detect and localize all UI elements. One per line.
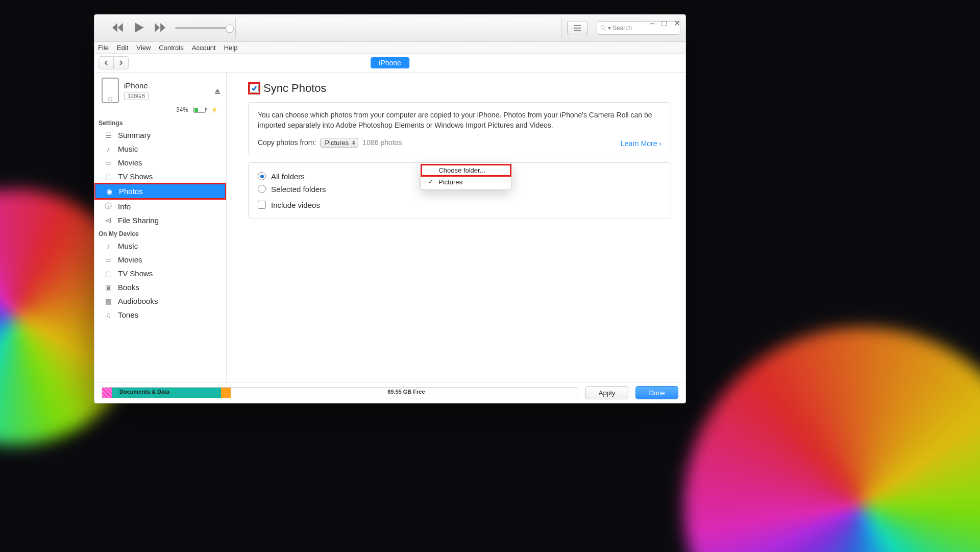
sidebar-section-settings: Settings: [94, 116, 226, 128]
window-minimize[interactable]: –: [650, 19, 654, 28]
eject-icon[interactable]: [215, 89, 220, 92]
learn-more-link[interactable]: Learn More: [621, 139, 662, 148]
movies-icon: ▭: [104, 256, 113, 264]
sidebar-item-summary[interactable]: ☰Summary: [94, 128, 226, 142]
sidebar-item-label: Music: [118, 145, 138, 153]
main-panel: Sync Photos You can choose which photos …: [227, 73, 685, 382]
charging-icon: ⚡: [211, 107, 218, 113]
sidebar-item-label: Music: [118, 242, 138, 250]
device-header: iPhone 128GB: [94, 73, 226, 106]
next-icon[interactable]: [153, 21, 166, 36]
sidebar-item-info[interactable]: ⓘInfo: [94, 199, 226, 213]
list-view-button[interactable]: [567, 21, 587, 35]
storage-seg-orange: [221, 388, 231, 398]
dropdown-pictures[interactable]: Pictures: [421, 176, 511, 188]
photo-count: 1086 photos: [362, 138, 402, 147]
sidebar-item-filesharing[interactable]: ⩤File Sharing: [94, 213, 226, 227]
device-name: iPhone: [124, 81, 149, 90]
window-controls: – □ ✕: [650, 19, 680, 28]
sidebar-device-music[interactable]: ♪Music: [94, 239, 226, 253]
device-tab-iphone[interactable]: iPhone: [371, 57, 409, 68]
music-icon: ♪: [104, 145, 113, 153]
checkbox-include-videos-label: Include videos: [271, 201, 320, 209]
checkbox-include-videos[interactable]: [258, 201, 266, 209]
volume-slider[interactable]: [175, 27, 230, 29]
books-icon: ▣: [104, 283, 113, 292]
tv-icon: ▢: [104, 270, 113, 278]
sidebar-device-audiobooks[interactable]: ▤Audiobooks: [94, 294, 226, 308]
storage-seg-pink: [102, 388, 112, 398]
radio-selected-folders-label: Selected folders: [271, 185, 326, 194]
sidebar-device-movies[interactable]: ▭Movies: [94, 253, 226, 267]
play-icon[interactable]: [132, 21, 145, 36]
sync-description: You can choose which photos from your co…: [258, 110, 662, 131]
svg-point-0: [601, 26, 604, 29]
info-icon: ⓘ: [104, 202, 113, 211]
sidebar-item-label: File Sharing: [118, 216, 159, 225]
search-glyph: ▾: [608, 25, 611, 32]
window-maximize[interactable]: □: [662, 19, 667, 28]
tv-icon: ▢: [104, 173, 113, 181]
menu-help[interactable]: Help: [224, 44, 238, 52]
menu-edit[interactable]: Edit: [117, 44, 128, 52]
sidebar: iPhone 128GB 34% ⚡ Settings ☰Summary ♪Mu…: [94, 73, 227, 382]
sidebar-section-ondevice: On My Device: [94, 227, 226, 239]
storage-docs-label: Documents & Data: [119, 389, 169, 395]
sidebar-item-label: Summary: [118, 131, 151, 139]
radio-all-folders-label: All folders: [271, 172, 305, 181]
copy-from-label: Copy photos from:: [258, 138, 316, 147]
done-button[interactable]: Done: [635, 386, 678, 399]
filesharing-icon: ⩤: [104, 217, 113, 225]
tones-icon: ♫: [104, 311, 113, 319]
copy-from-dropdown: Choose folder... Pictures: [421, 162, 511, 190]
storage-bar: Documents & Data 69.55 GB Free: [102, 387, 578, 398]
movies-icon: ▭: [104, 159, 113, 167]
camera-icon: ◉: [105, 187, 114, 196]
battery-percent: 34%: [176, 106, 188, 113]
nav-row: iPhone: [94, 54, 685, 73]
menu-account[interactable]: Account: [192, 44, 216, 52]
sidebar-item-tvshows[interactable]: ▢TV Shows: [94, 170, 226, 183]
sidebar-item-movies[interactable]: ▭Movies: [94, 156, 226, 170]
audiobooks-icon: ▤: [104, 297, 113, 305]
sidebar-item-label: TV Shows: [118, 269, 153, 278]
apply-button[interactable]: Apply: [585, 386, 628, 399]
sidebar-item-photos[interactable]: ◉Photos: [94, 183, 226, 199]
radio-all-folders[interactable]: [258, 172, 266, 180]
battery-icon: [193, 107, 206, 113]
menu-view[interactable]: View: [136, 44, 151, 52]
player-toolbar: ▾ Search: [94, 15, 685, 42]
phone-icon: [102, 78, 119, 103]
storage-free-label: 69.55 GB Free: [387, 389, 425, 395]
search-placeholder: Search: [612, 25, 632, 32]
sync-description-panel: You can choose which photos from your co…: [248, 102, 671, 155]
sync-checkbox-highlight: [248, 82, 260, 94]
music-icon: ♪: [104, 242, 113, 250]
sidebar-device-books[interactable]: ▣Books: [94, 280, 226, 294]
previous-icon[interactable]: [112, 21, 125, 36]
itunes-window: – □ ✕ ▾ Search File Edit View Controls: [94, 14, 686, 403]
sidebar-device-tones[interactable]: ♫Tones: [94, 308, 226, 322]
nav-back-button[interactable]: [99, 56, 114, 69]
sidebar-item-label: Movies: [118, 158, 142, 167]
radio-selected-folders[interactable]: [258, 185, 266, 193]
sidebar-item-label: Info: [118, 202, 131, 211]
menu-file[interactable]: File: [98, 44, 109, 52]
menu-controls[interactable]: Controls: [159, 44, 183, 52]
summary-icon: ☰: [104, 131, 113, 139]
dropdown-choose-folder[interactable]: Choose folder...: [421, 164, 511, 176]
sidebar-item-music[interactable]: ♪Music: [94, 142, 226, 156]
window-close[interactable]: ✕: [674, 19, 680, 28]
nav-forward-button[interactable]: [114, 56, 129, 69]
footer-bar: Documents & Data 69.55 GB Free Apply Don…: [94, 382, 685, 403]
sync-photos-title: Sync Photos: [263, 82, 327, 95]
lcd-panel: [235, 18, 562, 38]
sidebar-item-label: TV Shows: [118, 172, 153, 181]
copy-from-popup[interactable]: Pictures: [320, 138, 358, 148]
sidebar-item-label: Tones: [118, 310, 138, 319]
device-capacity: 128GB: [124, 92, 149, 100]
menu-bar: File Edit View Controls Account Help: [94, 42, 685, 54]
sync-photos-checkbox[interactable]: [250, 84, 259, 93]
sidebar-device-tvshows[interactable]: ▢TV Shows: [94, 267, 226, 280]
sidebar-item-label: Photos: [119, 187, 143, 196]
